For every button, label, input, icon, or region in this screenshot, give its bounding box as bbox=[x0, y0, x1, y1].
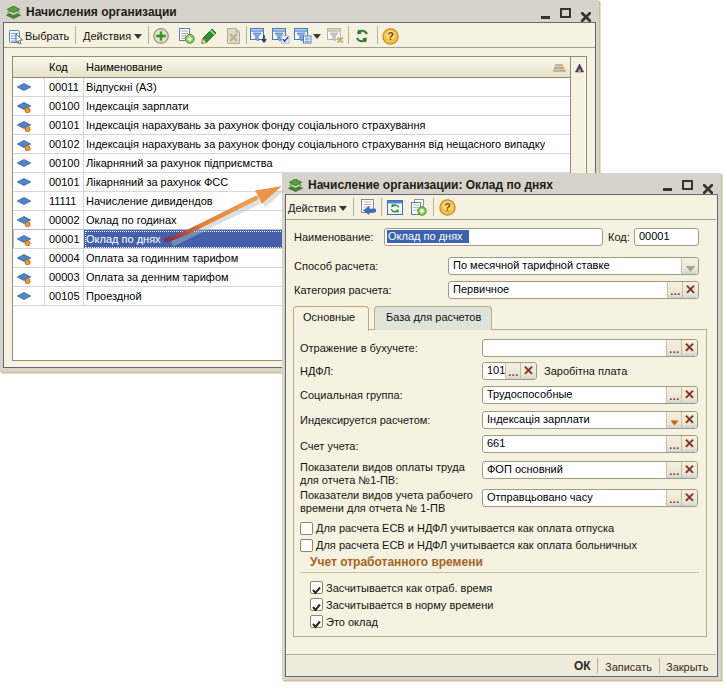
svg-text:?: ? bbox=[387, 30, 394, 42]
svg-text:?: ? bbox=[444, 201, 451, 213]
